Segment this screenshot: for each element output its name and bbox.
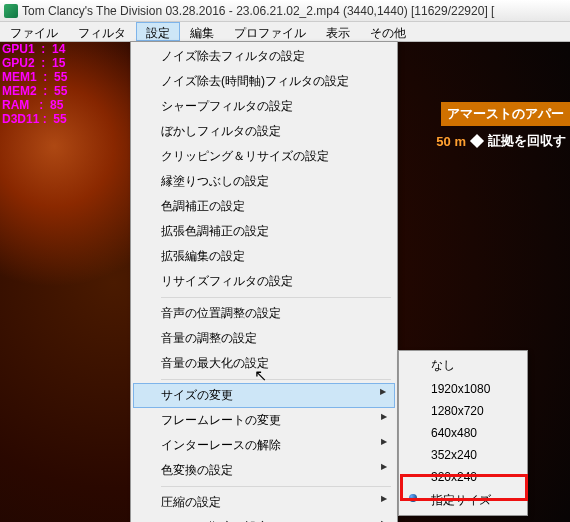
menuitem-クリッピング＆リサイズの設定[interactable]: クリッピング＆リサイズの設定: [133, 144, 395, 169]
sizeopt-1920x1080[interactable]: 1920x1080: [401, 378, 525, 400]
stat-RAM: RAM : 85: [2, 98, 67, 112]
app-icon: [4, 4, 18, 18]
menu-その他[interactable]: その他: [360, 22, 416, 41]
menu-separator: [161, 486, 391, 487]
menu-フィルタ[interactable]: フィルタ: [68, 22, 136, 41]
menuitem-インターレースの解除[interactable]: インターレースの解除: [133, 433, 395, 458]
menuitem-音量の調整の設定[interactable]: 音量の調整の設定: [133, 326, 395, 351]
stat-D3D11: D3D11 : 55: [2, 112, 67, 126]
window-title: Tom Clancy's The Division 03.28.2016 - 2…: [22, 4, 494, 18]
sizeopt-640x480[interactable]: 640x480: [401, 422, 525, 444]
menuitem-シャープフィルタの設定[interactable]: シャープフィルタの設定: [133, 94, 395, 119]
stat-GPU1: GPU1 : 14: [2, 42, 67, 56]
menubar: ファイルフィルタ設定編集プロファイル表示その他: [0, 22, 570, 42]
highlight-box: [400, 474, 528, 501]
menuitem-サイズの変更[interactable]: サイズの変更: [133, 383, 395, 408]
menuitem-ぼかしフィルタの設定[interactable]: ぼかしフィルタの設定: [133, 119, 395, 144]
menuitem-色変換の設定[interactable]: 色変換の設定: [133, 458, 395, 483]
menu-ファイル[interactable]: ファイル: [0, 22, 68, 41]
hud-distance: 50 m: [436, 134, 466, 149]
menuitem-フィルタ順序の設定[interactable]: フィルタ順序の設定: [133, 515, 395, 522]
stat-MEM2: MEM2 : 55: [2, 84, 67, 98]
settings-dropdown: ノイズ除去フィルタの設定ノイズ除去(時間軸)フィルタの設定シャープフィルタの設定…: [130, 41, 398, 522]
menuitem-ノイズ除去(時間軸)フィルタの設定[interactable]: ノイズ除去(時間軸)フィルタの設定: [133, 69, 395, 94]
sizeopt-352x240[interactable]: 352x240: [401, 444, 525, 466]
menuitem-音量の最大化の設定[interactable]: 音量の最大化の設定: [133, 351, 395, 376]
menu-プロファイル[interactable]: プロファイル: [224, 22, 316, 41]
hud-objective: 証拠を回収す: [488, 132, 566, 150]
menuitem-音声の位置調整の設定[interactable]: 音声の位置調整の設定: [133, 301, 395, 326]
stat-MEM1: MEM1 : 55: [2, 70, 67, 84]
menu-編集[interactable]: 編集: [180, 22, 224, 41]
menu-設定[interactable]: 設定: [136, 22, 180, 41]
game-hud: アマーストのアパー 50 m 証拠を回収す: [436, 102, 570, 150]
menuitem-拡張色調補正の設定[interactable]: 拡張色調補正の設定: [133, 219, 395, 244]
menuitem-ノイズ除去フィルタの設定[interactable]: ノイズ除去フィルタの設定: [133, 44, 395, 69]
menuitem-色調補正の設定[interactable]: 色調補正の設定: [133, 194, 395, 219]
hud-location: アマーストのアパー: [441, 102, 570, 126]
sizeopt-なし[interactable]: なし: [401, 353, 525, 378]
menuitem-縁塗りつぶしの設定[interactable]: 縁塗りつぶしの設定: [133, 169, 395, 194]
stat-GPU2: GPU2 : 15: [2, 56, 67, 70]
menuitem-圧縮の設定[interactable]: 圧縮の設定: [133, 490, 395, 515]
menu-separator: [161, 379, 391, 380]
sizeopt-1280x720[interactable]: 1280x720: [401, 400, 525, 422]
objective-icon: [470, 134, 484, 148]
menuitem-フレームレートの変更[interactable]: フレームレートの変更: [133, 408, 395, 433]
menuitem-リサイズフィルタの設定[interactable]: リサイズフィルタの設定: [133, 269, 395, 294]
menuitem-拡張編集の設定[interactable]: 拡張編集の設定: [133, 244, 395, 269]
overlay-stats: GPU1 : 14GPU2 : 15MEM1 : 55MEM2 : 55RAM …: [2, 42, 67, 126]
menu-separator: [161, 297, 391, 298]
window-titlebar: Tom Clancy's The Division 03.28.2016 - 2…: [0, 0, 570, 22]
menu-表示[interactable]: 表示: [316, 22, 360, 41]
